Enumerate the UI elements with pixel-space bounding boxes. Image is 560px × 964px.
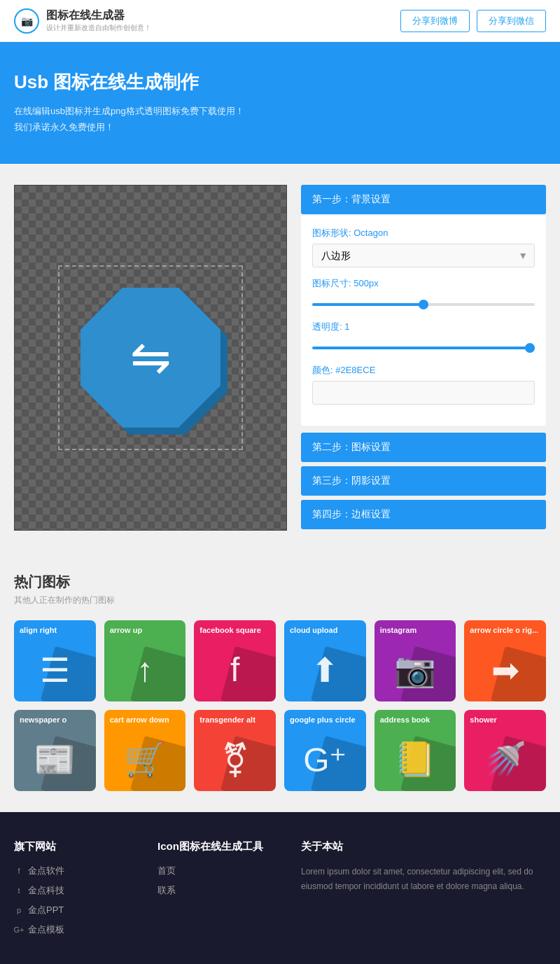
- icon-card-symbol: ➡: [491, 650, 519, 690]
- icon-card-symbol: ⬆: [311, 650, 339, 690]
- hero-line1: 在线编辑usb图标并生成png格式透明图标免费下载使用！: [14, 103, 546, 119]
- social-icon: G+: [14, 925, 24, 935]
- footer-tool-item: 联系: [158, 884, 280, 897]
- controls-panel: 第一步：背景设置 图标形状: Octagon 八边形 ▼ 图标尺寸: 500px: [301, 185, 546, 531]
- icon-card-label: google plus circle: [284, 710, 366, 728]
- step2-header[interactable]: 第二步：图标设置: [301, 433, 546, 462]
- footer-site-link[interactable]: 金点模板: [28, 923, 64, 936]
- color-input[interactable]: #2E8ECE: [312, 381, 535, 405]
- icons-grid: align right ☰ arrow up ↑ facebook square…: [14, 620, 546, 791]
- logo-title: 图标在线生成器: [46, 8, 151, 23]
- editor-container: ⇋ 第一步：背景设置 图标形状: Octagon 八边形 ▼: [14, 185, 546, 531]
- opacity-label: 透明度: 1: [312, 321, 535, 333]
- icon-card[interactable]: align right ☰: [14, 620, 96, 701]
- icon-card-symbol: 🛒: [124, 740, 166, 779]
- opacity-value: 1: [344, 321, 349, 332]
- shape-control: 图标形状: Octagon 八边形 ▼: [312, 227, 535, 267]
- popular-title: 热门图标: [14, 573, 546, 592]
- logo: 📷 图标在线生成器 设计并重新改造自由制作创创意！: [14, 8, 151, 34]
- icon-card-label: cart arrow down: [104, 710, 186, 728]
- social-icon: t: [14, 886, 24, 895]
- icon-card-image: 🛒: [104, 728, 186, 791]
- hero-title: Usb 图标在线生成制作: [14, 70, 546, 95]
- shape-select[interactable]: 八边形: [312, 244, 535, 267]
- footer-tool-link[interactable]: 联系: [158, 884, 176, 897]
- icon-card-image: 📒: [374, 728, 456, 791]
- header: 📷 图标在线生成器 设计并重新改造自由制作创创意！ 分享到微博 分享到微信: [0, 0, 560, 42]
- icon-card-symbol: 📰: [34, 740, 76, 779]
- share-weixin-button[interactable]: 分享到微信: [477, 10, 546, 32]
- icon-card[interactable]: cart arrow down 🛒: [104, 710, 186, 791]
- footer-site-link[interactable]: 金点PPT: [28, 904, 64, 916]
- icon-card[interactable]: shower 🚿: [464, 710, 546, 791]
- color-control: 颜色: #2E8ECE #2E8ECE: [312, 364, 535, 405]
- icon-preview-area: ⇋: [14, 185, 287, 531]
- icon-card-image: ⬆: [284, 638, 366, 701]
- icon-card-image: 📰: [14, 728, 96, 791]
- icon-card-symbol: ↑: [136, 650, 153, 689]
- footer-col1-title: 旗下网站: [14, 840, 136, 853]
- size-control: 图标尺寸: 500px: [312, 277, 535, 311]
- icon-card[interactable]: newspaper o 📰: [14, 710, 96, 791]
- icon-card[interactable]: cloud upload ⬆: [284, 620, 366, 701]
- icon-card-label: shower: [464, 710, 546, 728]
- size-label: 图标尺寸: 500px: [312, 277, 535, 290]
- opacity-control: 透明度: 1: [312, 321, 535, 354]
- popular-section: 热门图标 其他人正在制作的热门图标 align right ☰ arrow up…: [0, 552, 560, 812]
- footer: 旗下网站 f金点软件t金点科技p金点PPTG+金点模板 Icon图标在线生成工具…: [0, 812, 560, 964]
- icon-card-image: ⚧: [194, 728, 276, 791]
- icon-card-label: cloud upload: [284, 620, 366, 638]
- icon-card[interactable]: address book 📒: [374, 710, 456, 791]
- opacity-slider[interactable]: [312, 347, 535, 349]
- icon-card[interactable]: facebook square f: [194, 620, 276, 701]
- icon-card[interactable]: arrow circle o rig... ➡: [464, 620, 546, 701]
- icon-preview-wrapper: ⇋: [80, 288, 220, 428]
- icon-card[interactable]: transgender alt ⚧: [194, 710, 276, 791]
- footer-site-item: t金点科技: [14, 884, 136, 897]
- footer-tool-item: 首页: [158, 865, 280, 877]
- footer-site-item: p金点PPT: [14, 904, 136, 916]
- icon-card-image: ↑: [104, 638, 186, 701]
- footer-site-item: G+金点模板: [14, 923, 136, 936]
- main-editor: ⇋ 第一步：背景设置 图标形状: Octagon 八边形 ▼: [0, 164, 560, 552]
- usb-icon: ⇋: [130, 329, 172, 386]
- social-icon: f: [14, 866, 24, 876]
- step1-content: 图标形状: Octagon 八边形 ▼ 图标尺寸: 500px: [301, 216, 546, 426]
- icon-card[interactable]: arrow up ↑: [104, 620, 186, 701]
- size-slider-wrapper: [312, 294, 535, 311]
- header-buttons: 分享到微博 分享到微信: [400, 10, 546, 32]
- footer-col3-title: 关于本站: [301, 840, 546, 853]
- logo-subtitle: 设计并重新改造自由制作创创意！: [46, 23, 151, 33]
- icon-card-symbol: 📷: [394, 650, 436, 690]
- step3-header[interactable]: 第三步：阴影设置: [301, 466, 546, 496]
- footer-site-link[interactable]: 金点科技: [28, 884, 64, 897]
- footer-col-about: 关于本站 Lorem ipsum dolor sit amet, consect…: [301, 840, 546, 943]
- footer-tools-list: 首页联系: [158, 865, 280, 897]
- popular-subtitle: 其他人正在制作的热门图标: [14, 594, 546, 606]
- icon-card-label: address book: [374, 710, 456, 728]
- icon-card-symbol: G⁺: [303, 740, 346, 779]
- step1-header[interactable]: 第一步：背景设置: [301, 185, 546, 214]
- icon-card-image: ➡: [464, 638, 546, 701]
- shape-value: Octagon: [354, 228, 388, 238]
- icon-shadow: [220, 646, 276, 701]
- color-value: #2E8ECE: [335, 365, 375, 375]
- icon-card-image: ☰: [14, 638, 96, 701]
- icon-card-label: arrow circle o rig...: [464, 620, 546, 638]
- footer-tool-link[interactable]: 首页: [158, 865, 176, 877]
- footer-col-sites: 旗下网站 f金点软件t金点科技p金点PPTG+金点模板: [14, 840, 136, 943]
- hero-line2: 我们承诺永久免费使用！: [14, 119, 546, 135]
- icon-card-symbol: f: [230, 650, 239, 689]
- icon-card-label: arrow up: [104, 620, 186, 638]
- icon-card-image: 🚿: [464, 728, 546, 791]
- icon-card-image: 📷: [374, 638, 456, 701]
- icon-card[interactable]: google plus circle G⁺: [284, 710, 366, 791]
- icon-card-label: align right: [14, 620, 96, 638]
- step4-header[interactable]: 第四步：边框设置: [301, 500, 546, 529]
- footer-col-tools: Icon图标在线生成工具 首页联系: [158, 840, 280, 943]
- icon-card[interactable]: instagram 📷: [374, 620, 456, 701]
- icon-card-image: G⁺: [284, 728, 366, 791]
- size-slider[interactable]: [312, 303, 535, 306]
- footer-site-link[interactable]: 金点软件: [28, 865, 64, 877]
- share-weibo-button[interactable]: 分享到微博: [400, 10, 470, 32]
